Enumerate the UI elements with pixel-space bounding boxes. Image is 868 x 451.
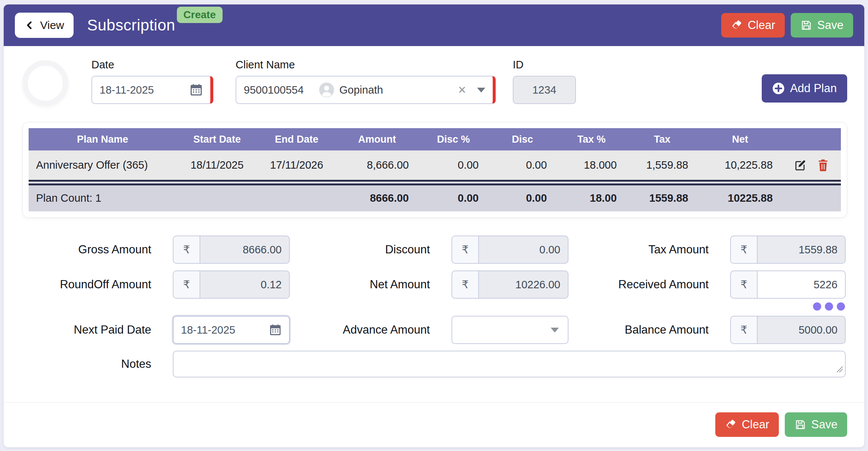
clear-button-top-label: Clear — [748, 19, 775, 32]
save-button-bottom[interactable]: Save — [785, 412, 847, 437]
loading-dots — [730, 302, 846, 311]
balance-amount-input — [757, 316, 846, 344]
row-actions-cell — [783, 150, 841, 182]
page-header: View Subscription Create Clear Save — [4, 4, 864, 46]
tax-amount-group: ₹ — [730, 236, 846, 264]
date-input[interactable] — [100, 84, 190, 96]
plan-table-row: Anniversary Offer (365) 18/11/2025 17/11… — [29, 150, 841, 182]
rupee-icon: ₹ — [730, 236, 757, 264]
client-photo-placeholder — [22, 60, 68, 106]
amounts-form: Gross Amount ₹ Discount ₹ Tax Amount ₹ R… — [22, 236, 847, 377]
client-name-value: Gopinath — [339, 84, 383, 96]
plan-count: Plan Count: 1 — [29, 182, 336, 211]
net-amount-label: Net Amount — [290, 278, 451, 291]
balance-amount-group: ₹ — [730, 316, 846, 344]
client-field-group: Client Name 9500100554 Gopinath × — [236, 59, 496, 104]
balance-amount-label: Balance Amount — [569, 323, 730, 337]
col-header-tax-pct: Tax % — [557, 128, 626, 150]
roundoff-amount-input — [200, 270, 290, 299]
total-net: 10225.88 — [698, 182, 782, 211]
subscription-card: View Subscription Create Clear Save — [4, 4, 864, 447]
back-view-button[interactable]: View — [15, 13, 74, 38]
net-amount-group: ₹ — [451, 270, 569, 299]
discount-label: Discount — [290, 243, 451, 256]
clear-button-top[interactable]: Clear — [721, 13, 785, 38]
clear-button-bottom[interactable]: Clear — [715, 412, 779, 437]
rupee-icon: ₹ — [451, 236, 478, 264]
advance-amount-select[interactable] — [451, 316, 569, 344]
plus-circle-icon — [772, 82, 785, 95]
chevron-down-icon[interactable] — [477, 88, 485, 93]
id-input — [513, 76, 576, 104]
col-header-disc-pct: Disc % — [418, 128, 488, 150]
total-tax-pct: 18.00 — [557, 182, 626, 211]
rupee-icon: ₹ — [730, 316, 757, 344]
notes-textarea[interactable] — [173, 351, 846, 377]
roundoff-amount-label: RoundOff Amount — [22, 278, 173, 291]
save-button-bottom-label: Save — [811, 418, 838, 431]
date-input-shell — [91, 76, 213, 104]
client-name-label: Client Name — [236, 59, 496, 71]
col-header-amount: Amount — [336, 128, 418, 150]
clear-button-bottom-label: Clear — [742, 418, 769, 431]
header-actions: Clear Save — [721, 13, 853, 38]
tax-amount-label: Tax Amount — [569, 243, 730, 256]
cell-amount: 8,666.00 — [336, 150, 418, 182]
rupee-icon: ₹ — [730, 270, 757, 299]
edit-row-icon[interactable] — [794, 159, 807, 172]
eraser-icon — [731, 19, 743, 31]
col-header-disc: Disc — [488, 128, 557, 150]
col-header-net: Net — [698, 128, 782, 150]
received-amount-group: ₹ — [730, 270, 846, 299]
cell-tax-pct: 18.000 — [557, 150, 626, 182]
total-tax: 1559.88 — [626, 182, 698, 211]
total-amount: 8666.00 — [336, 182, 418, 211]
save-button-top[interactable]: Save — [791, 13, 853, 38]
add-plan-button[interactable]: Add Plan — [762, 74, 847, 103]
cell-disc-pct: 0.00 — [418, 150, 488, 182]
notes-label: Notes — [22, 357, 173, 371]
id-label: ID — [513, 59, 576, 71]
cell-end-date: 17/11/2026 — [258, 150, 336, 182]
calendar-icon[interactable] — [190, 83, 203, 97]
cell-tax: 1,559.88 — [626, 150, 698, 182]
chevron-down-icon — [551, 328, 559, 332]
page-title: Subscription — [87, 16, 175, 34]
footer-actions-cell — [783, 182, 841, 211]
cell-net: 10,225.88 — [698, 150, 782, 182]
col-header-end-date: End Date — [258, 128, 336, 150]
received-amount-input[interactable] — [757, 270, 846, 299]
delete-row-icon[interactable] — [817, 159, 829, 172]
chevron-left-icon — [25, 20, 35, 30]
calendar-icon[interactable] — [269, 324, 282, 336]
title-wrap: Subscription Create — [87, 16, 222, 34]
date-field-group: Date — [91, 59, 213, 104]
gross-amount-label: Gross Amount — [22, 243, 173, 256]
col-header-start-date: Start Date — [176, 128, 258, 150]
advance-amount-label: Advance Amount — [290, 323, 451, 337]
save-floppy-icon — [800, 19, 812, 31]
client-select[interactable]: 9500100554 Gopinath × — [236, 76, 496, 104]
save-floppy-icon — [794, 419, 806, 431]
top-fields-row: Date Client Name 9500100554 Gopinath × — [4, 46, 864, 106]
dot-icon — [813, 302, 821, 311]
cell-plan-name: Anniversary Offer (365) — [29, 150, 176, 182]
roundoff-amount-group: ₹ — [173, 270, 290, 299]
discount-input — [478, 236, 569, 264]
save-button-top-label: Save — [817, 19, 843, 32]
col-header-actions — [783, 128, 841, 150]
plan-table-header-row: Plan Name Start Date End Date Amount Dis… — [29, 128, 841, 150]
back-view-label: View — [40, 19, 64, 32]
eraser-icon — [725, 419, 737, 431]
dot-icon — [825, 302, 833, 311]
rupee-icon: ₹ — [173, 270, 200, 299]
cell-start-date: 18/11/2025 — [176, 150, 258, 182]
next-paid-date-input[interactable] — [181, 324, 269, 336]
add-plan-label: Add Plan — [790, 82, 837, 95]
clear-client-icon[interactable]: × — [458, 83, 466, 97]
rupee-icon: ₹ — [173, 236, 200, 264]
mode-badge: Create — [177, 7, 223, 23]
discount-group: ₹ — [451, 236, 569, 264]
col-header-plan-name: Plan Name — [29, 128, 176, 150]
dot-icon — [837, 302, 845, 311]
